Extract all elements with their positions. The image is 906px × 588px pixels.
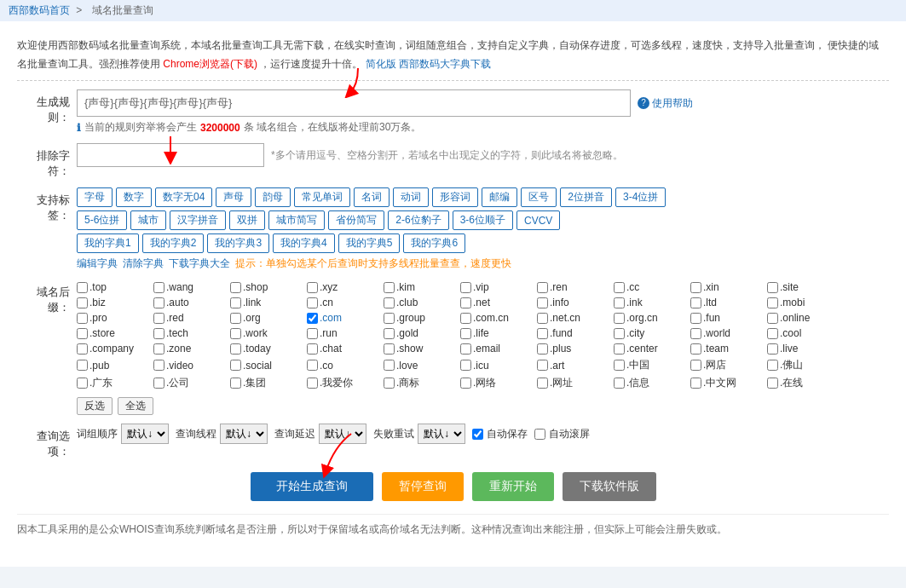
download-dict-link[interactable]: 下载字典大全 (169, 257, 230, 271)
tld-checkbox-club[interactable] (384, 297, 395, 308)
tld-label-中国[interactable]: .中国 (626, 358, 649, 372)
tld-label-red[interactable]: .red (166, 312, 184, 324)
tld-label-pro[interactable]: .pro (89, 312, 107, 324)
tld-checkbox-ren[interactable] (537, 282, 548, 293)
tld-checkbox-wang[interactable] (153, 282, 164, 293)
tld-label-gold[interactable]: .gold (396, 327, 418, 339)
tld-label-网络[interactable]: .网络 (473, 376, 496, 390)
tag-btn-双拼[interactable]: 双拼 (229, 210, 265, 230)
tld-checkbox-tech[interactable] (153, 328, 164, 339)
tld-checkbox-team[interactable] (690, 343, 701, 355)
tag-btn-动词[interactable]: 动词 (393, 187, 429, 207)
tag-btn-数字无04[interactable]: 数字无04 (155, 187, 212, 207)
tld-checkbox-中国[interactable] (614, 360, 625, 371)
tld-checkbox-fun[interactable] (690, 313, 701, 324)
select-all-button[interactable]: 全选 (118, 397, 153, 415)
tld-checkbox-我爱你[interactable] (307, 378, 318, 389)
tld-label-信息[interactable]: .信息 (626, 376, 649, 390)
tld-checkbox-email[interactable] (460, 343, 471, 355)
tld-label-biz[interactable]: .biz (89, 297, 106, 308)
tld-label-pub[interactable]: .pub (89, 360, 109, 372)
tld-checkbox-公司[interactable] (153, 378, 164, 389)
tld-label-net.cn[interactable]: .net.cn (550, 312, 580, 324)
dict-btn-我的字典5[interactable]: 我的字典5 (338, 233, 401, 253)
tld-checkbox-video[interactable] (153, 360, 164, 371)
tag-btn-省份简写[interactable]: 省份简写 (328, 210, 384, 230)
tld-checkbox-net.cn[interactable] (537, 313, 548, 324)
tld-label-plus[interactable]: .plus (550, 343, 571, 355)
tld-checkbox-auto[interactable] (153, 297, 164, 308)
tag-btn-城市[interactable]: 城市 (130, 210, 166, 230)
tld-checkbox-com.cn[interactable] (460, 313, 471, 324)
thread-select[interactable]: 默认↓ (220, 424, 268, 444)
tld-checkbox-site[interactable] (767, 282, 778, 293)
tag-btn-形容词[interactable]: 形容词 (432, 187, 478, 207)
tld-checkbox-biz[interactable] (77, 297, 88, 308)
tld-checkbox-ink[interactable] (614, 297, 625, 308)
tag-btn-3-6位顺子[interactable]: 3-6位顺子 (453, 210, 513, 230)
dict-btn-我的字典3[interactable]: 我的字典3 (207, 233, 269, 253)
tld-checkbox-广东[interactable] (77, 378, 88, 389)
tld-checkbox-org[interactable] (230, 313, 241, 324)
tld-label-online[interactable]: .online (780, 312, 810, 324)
tld-label-网址[interactable]: .网址 (550, 376, 573, 390)
auto-save-checkbox[interactable] (472, 429, 483, 440)
tld-checkbox-company[interactable] (77, 343, 88, 355)
tld-label-company[interactable]: .company (89, 343, 134, 355)
tld-label-city[interactable]: .city (626, 327, 644, 339)
tld-label-vip[interactable]: .vip (473, 281, 489, 293)
tld-checkbox-ltd[interactable] (690, 297, 701, 308)
tld-checkbox-信息[interactable] (614, 378, 625, 389)
tld-label-广东[interactable]: .广东 (89, 376, 113, 390)
tld-label-com[interactable]: .com (320, 312, 342, 324)
tld-label-email[interactable]: .email (473, 343, 500, 355)
download-button[interactable]: 下载软件版 (563, 472, 656, 501)
tld-checkbox-live[interactable] (767, 343, 778, 355)
tld-label-cc[interactable]: .cc (626, 281, 639, 293)
tld-label-club[interactable]: .club (396, 297, 418, 308)
tld-checkbox-org.cn[interactable] (614, 313, 625, 324)
tld-checkbox-xin[interactable] (690, 282, 701, 293)
dict-btn-我的字典6[interactable]: 我的字典6 (403, 233, 465, 253)
tld-label-cool[interactable]: .cool (780, 327, 801, 339)
tld-checkbox-cc[interactable] (614, 282, 625, 293)
tld-label-zone[interactable]: .zone (166, 343, 191, 355)
tag-btn-数字[interactable]: 数字 (116, 187, 152, 207)
tld-label-work[interactable]: .work (243, 327, 268, 339)
tld-checkbox-com[interactable] (307, 313, 318, 324)
word-order-select[interactable]: 默认↓ (121, 424, 169, 444)
tld-checkbox-art[interactable] (537, 360, 548, 371)
tld-label-love[interactable]: .love (396, 360, 418, 372)
tld-label-shop[interactable]: .shop (243, 281, 268, 293)
tld-label-info[interactable]: .info (550, 297, 569, 308)
dict-download-link[interactable]: 西部数码大字典下载 (399, 58, 491, 70)
tld-label-wang[interactable]: .wang (166, 281, 193, 293)
tld-checkbox-gold[interactable] (384, 328, 395, 339)
tld-checkbox-mobi[interactable] (767, 297, 778, 308)
tld-label-mobi[interactable]: .mobi (780, 297, 805, 308)
retry-select[interactable]: 默认↓ (418, 424, 465, 444)
tag-btn-5-6位拼[interactable]: 5-6位拼 (77, 210, 127, 230)
tld-checkbox-info[interactable] (537, 297, 548, 308)
tld-label-link[interactable]: .link (243, 297, 261, 308)
tld-label-center[interactable]: .center (626, 343, 658, 355)
tld-checkbox-网络[interactable] (460, 378, 471, 389)
tld-checkbox-city[interactable] (614, 328, 625, 339)
tld-label-佛山[interactable]: .佛山 (780, 358, 803, 372)
tag-btn-CVCV[interactable]: CVCV (516, 210, 560, 230)
tld-label-site[interactable]: .site (780, 281, 799, 293)
tld-label-xyz[interactable]: .xyz (320, 281, 338, 293)
tld-label-social[interactable]: .social (243, 360, 272, 372)
tld-label-chat[interactable]: .chat (320, 343, 342, 355)
breadcrumb-home-link[interactable]: 西部数码首页 (9, 4, 70, 16)
tld-checkbox-co[interactable] (307, 360, 318, 371)
tag-btn-字母[interactable]: 字母 (77, 187, 113, 207)
tld-label-show[interactable]: .show (396, 343, 423, 355)
tld-checkbox-center[interactable] (614, 343, 625, 355)
tag-btn-汉字拼音[interactable]: 汉字拼音 (170, 210, 226, 230)
tld-checkbox-top[interactable] (77, 282, 88, 293)
tld-label-video[interactable]: .video (166, 360, 193, 372)
tld-checkbox-xyz[interactable] (307, 282, 318, 293)
tld-checkbox-fund[interactable] (537, 328, 548, 339)
tld-label-fund[interactable]: .fund (550, 327, 573, 339)
